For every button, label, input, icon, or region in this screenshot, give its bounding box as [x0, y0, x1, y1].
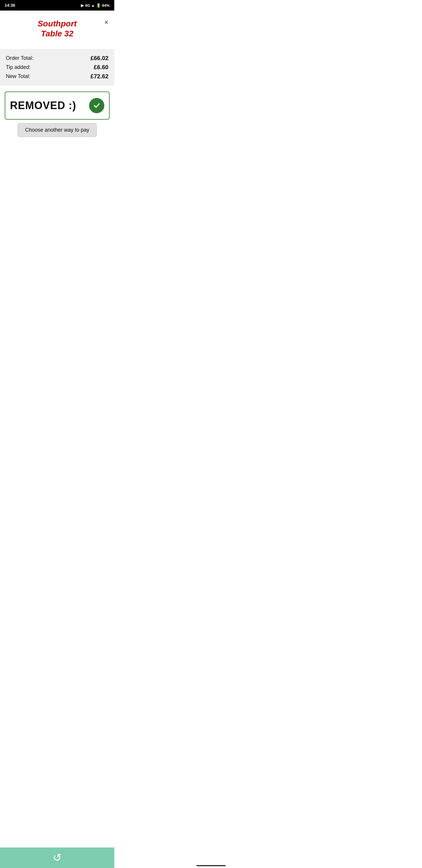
new-total-value: £72.62 [91, 73, 108, 80]
signal-icon: ▲ [91, 3, 95, 8]
payment-removed-text: REMOVED :) [10, 99, 76, 112]
network-icon: 4G [85, 3, 90, 8]
cast-icon: ▶ [81, 3, 84, 8]
new-total-row: New Total: £72.62 [6, 73, 108, 80]
tip-value: £6.60 [94, 64, 108, 71]
status-bar: 14:36 ▶ 4G ▲ 🔋 84% [0, 0, 114, 10]
order-total-row: Order Total: £66.02 [6, 55, 108, 62]
new-total-label: New Total: [6, 73, 30, 80]
order-total-label: Order Total: [6, 55, 33, 61]
status-icons: ▶ 4G ▲ 🔋 84% [81, 3, 109, 8]
order-total-value: £66.02 [91, 55, 108, 62]
payment-box: REMOVED :) [5, 92, 109, 120]
table-number: Table 32 [6, 29, 108, 39]
tip-row: Tip added: £6.60 [6, 64, 108, 71]
battery-icon: 🔋 [96, 3, 101, 8]
payment-confirmed-icon [89, 98, 104, 113]
payment-area: REMOVED :) Choose another way to pay [0, 86, 114, 143]
status-time: 14:36 [5, 3, 15, 8]
tip-label: Tip added: [6, 64, 30, 70]
venue-name: Southport [6, 19, 108, 29]
choose-another-pay-button[interactable]: Choose another way to pay [18, 123, 96, 137]
page-header: Southport Table 32 × [0, 10, 114, 44]
battery-percentage: 84% [102, 3, 109, 8]
order-summary: Order Total: £66.02 Tip added: £6.60 New… [0, 49, 114, 86]
close-button[interactable]: × [103, 18, 109, 27]
